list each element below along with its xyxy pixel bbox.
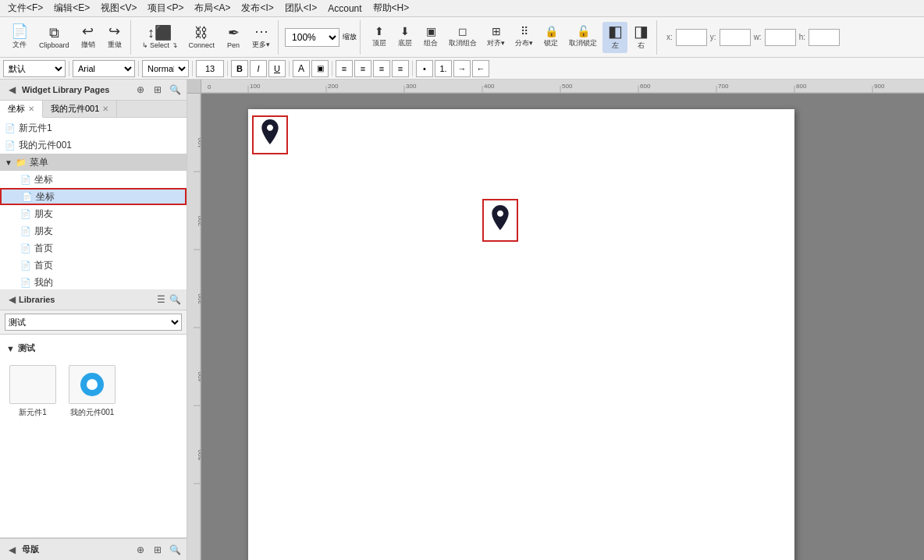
mother-add-folder-icon[interactable]: ⊞ (151, 543, 165, 557)
toolbar-left-btn[interactable]: ◧ 左 (602, 22, 627, 53)
toolbar-bottom-btn[interactable]: ⬇ 底层 (393, 22, 418, 53)
toolbar-clipboard-btn[interactable]: ⧉ Clipboard (34, 22, 74, 53)
ungroup-label: 取消组合 (449, 38, 477, 48)
lib-group-header[interactable]: ▼ 测试 (6, 341, 180, 356)
toolbar-align-btn[interactable]: ⊞ 对齐▾ (482, 22, 510, 53)
lib-search-icon[interactable]: 🔍 (168, 292, 182, 307)
lib-dropdown[interactable]: 测试 (5, 314, 182, 331)
toolbar-unlock-btn[interactable]: 🔓 取消锁定 (564, 22, 602, 53)
fmt-divider-1 (69, 61, 69, 76)
group-icon: ▣ (426, 26, 436, 37)
menu-file[interactable]: 文件<F> (3, 0, 48, 16)
pen-icon: ✒ (228, 26, 240, 40)
pages-add-icon[interactable]: ⊕ (133, 83, 147, 97)
align-center-btn[interactable]: ≡ (354, 60, 371, 77)
canvas-main[interactable] (201, 94, 924, 560)
align-left-btn[interactable]: ≡ (336, 60, 353, 77)
underline-btn[interactable]: U (268, 60, 286, 77)
svg-text:100: 100 (250, 83, 261, 90)
toolbar-lock-btn[interactable]: 🔒 锁定 (538, 22, 563, 53)
y-input[interactable] (720, 29, 751, 46)
tree-item-coords1[interactable]: 📄 坐标 (0, 171, 187, 188)
toolbar-file-btn[interactable]: 📄 文件 (6, 22, 33, 53)
font-color-btn[interactable]: A (293, 60, 310, 77)
lib-widget-new1[interactable]: 新元件1 (9, 365, 56, 418)
toolbar-select-btn[interactable]: ↕⬛ ↳ Select ↴ (137, 22, 183, 53)
tree-item-home2[interactable]: 📄 首页 (0, 257, 187, 274)
lib-collapse-icon[interactable]: ◀ (5, 292, 19, 307)
tree-folder-icon-menu: 📁 (16, 158, 27, 168)
h-input[interactable] (808, 29, 840, 46)
tree-item-menu[interactable]: ▼ 📁 菜单 (0, 154, 187, 171)
pin-widget-1[interactable] (252, 115, 288, 154)
bold-btn[interactable]: B (231, 60, 248, 77)
menu-help[interactable]: 帮助<H> (368, 0, 414, 16)
tree-label-new1: 新元件1 (19, 122, 52, 135)
x-input[interactable] (676, 29, 707, 46)
tree-label-mine: 我的 (34, 276, 53, 289)
tree-item-friends1[interactable]: 📄 朋友 (0, 205, 187, 222)
menu-view[interactable]: 视图<V> (96, 0, 141, 16)
page-canvas[interactable] (248, 109, 794, 560)
toolbar-right-btn[interactable]: ◨ 右 (628, 22, 653, 53)
align-right-btn[interactable]: ≡ (373, 60, 390, 77)
toolbar-top-btn[interactable]: ⬆ 顶层 (367, 22, 392, 53)
tree-item-mine[interactable]: 📄 我的 (0, 274, 187, 289)
tab-coords-close[interactable]: ✕ (28, 105, 34, 113)
toolbar-connect-btn[interactable]: ⛓ Connect (184, 22, 220, 53)
font-select[interactable]: Arial (73, 60, 135, 77)
mother-search-icon[interactable]: 🔍 (168, 543, 182, 557)
menu-publish[interactable]: 发布<I> (236, 0, 278, 16)
tree-item-mycomp[interactable]: 📄 我的元件001 (0, 136, 187, 154)
mother-panel: ◀ 母版 ⊕ ⊞ 🔍 (0, 538, 187, 560)
tab-mycomp-close[interactable]: ✕ (102, 105, 108, 113)
tree-item-home1[interactable]: 📄 首页 (0, 239, 187, 257)
lock-label: 锁定 (544, 38, 558, 48)
connect-label: Connect (189, 41, 215, 49)
number-btn[interactable]: 1. (435, 60, 452, 77)
toolbar-more-btn[interactable]: ⋯ 更多▾ (247, 22, 275, 53)
pages-search-icon[interactable]: 🔍 (168, 83, 182, 97)
toolbar-group-btn[interactable]: ▣ 组合 (418, 22, 443, 53)
lib-menu-icon[interactable]: ☰ (154, 292, 168, 307)
toolbar-distribute-btn[interactable]: ⠿ 分布▾ (510, 22, 538, 53)
tab-mycomp[interactable]: 我的元件001 ✕ (43, 101, 117, 117)
widget-thumb-new1 (9, 365, 56, 404)
tree-item-friends2[interactable]: 📄 朋友 (0, 222, 187, 239)
toolbar-ungroup-btn[interactable]: ◻ 取消组合 (444, 22, 482, 53)
mother-collapse-icon[interactable]: ◀ (5, 543, 19, 557)
tree-expand-menu[interactable]: ▼ (5, 158, 12, 167)
align-justify-btn[interactable]: ≡ (392, 60, 409, 77)
indent-btn[interactable]: → (453, 60, 471, 77)
tree-item-new1[interactable]: 📄 新元件1 (0, 119, 187, 136)
weight-select[interactable]: Normal (142, 60, 189, 77)
tree-item-coords2[interactable]: 📄 坐标 (0, 188, 187, 205)
bullet-btn[interactable]: • (416, 60, 433, 77)
menu-layout[interactable]: 布局<A> (190, 0, 235, 16)
file-label: 文件 (12, 40, 27, 50)
pages-collapse-icon[interactable]: ◀ (5, 83, 19, 97)
fill-color-btn[interactable]: ▣ (311, 60, 329, 77)
style-select[interactable]: 默认 (3, 60, 66, 77)
pin-widget-2[interactable] (482, 199, 518, 242)
lib-widget-mycomp[interactable]: 我的元件001 (69, 365, 116, 418)
menu-team[interactable]: 团队<I> (280, 0, 322, 16)
toolbar-redo-btn[interactable]: ↪ 重做 (102, 22, 127, 53)
tree-page-icon-mycomp: 📄 (5, 140, 16, 151)
w-input[interactable] (765, 29, 796, 46)
menu-account[interactable]: Account (323, 2, 366, 16)
menu-project[interactable]: 项目<P> (143, 0, 188, 16)
ruler-corner (187, 80, 201, 94)
tab-coords-label: 坐标 (8, 103, 25, 115)
toolbar-pen-btn[interactable]: ✒ Pen (221, 22, 246, 53)
size-input[interactable] (196, 60, 224, 77)
mother-add-icon[interactable]: ⊕ (133, 543, 147, 557)
canvas-wrapper[interactable]: 100 200 300 400 500 (187, 94, 924, 560)
toolbar-undo-btn[interactable]: ↩ 撤销 (76, 22, 101, 53)
italic-btn[interactable]: I (250, 60, 267, 77)
tab-coords[interactable]: 坐标 ✕ (0, 101, 43, 118)
menu-edit[interactable]: 编辑<E> (49, 0, 94, 16)
pages-add-folder-icon[interactable]: ⊞ (151, 83, 165, 97)
outdent-btn[interactable]: ← (472, 60, 489, 77)
zoom-dropdown[interactable]: 50% 75% 100% 150% 200% (285, 28, 339, 47)
